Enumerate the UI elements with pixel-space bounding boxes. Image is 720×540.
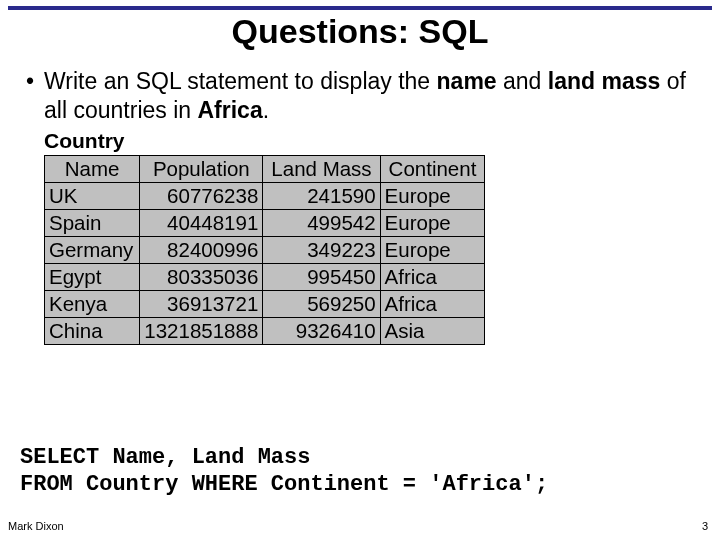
table-cell: Europe [380, 182, 485, 209]
table-row: China13218518889326410Asia [45, 317, 485, 344]
table-cell: 80335036 [140, 263, 263, 290]
table-cell: 9326410 [263, 317, 380, 344]
table-header-row: Name Population Land Mass Continent [45, 155, 485, 182]
table-row: UK60776238241590Europe [45, 182, 485, 209]
table-cell: 1321851888 [140, 317, 263, 344]
sql-answer: SELECT Name, Land Mass FROM Country WHER… [20, 445, 548, 498]
table-body: UK60776238241590EuropeSpain4044819149954… [45, 182, 485, 344]
table-row: Germany82400996349223Europe [45, 236, 485, 263]
table-cell: Spain [45, 209, 140, 236]
table-cell: 82400996 [140, 236, 263, 263]
country-table: Name Population Land Mass Continent UK60… [44, 155, 485, 345]
bullet-dot: • [26, 67, 34, 96]
table-cell: Asia [380, 317, 485, 344]
table-cell: Egypt [45, 263, 140, 290]
table-cell: 241590 [263, 182, 380, 209]
table-cell: Africa [380, 290, 485, 317]
prompt-bullet: • Write an SQL statement to display the … [8, 67, 712, 125]
table-cell: 569250 [263, 290, 380, 317]
table-cell: Kenya [45, 290, 140, 317]
table-cell: Germany [45, 236, 140, 263]
table-cell: Europe [380, 236, 485, 263]
table-cell: Europe [380, 209, 485, 236]
table-cell: UK [45, 182, 140, 209]
col-continent: Continent [380, 155, 485, 182]
prompt-text: Write an SQL statement to display the na… [44, 67, 712, 125]
table-row: Egypt80335036995450Africa [45, 263, 485, 290]
table-cell: China [45, 317, 140, 344]
table-caption: Country [44, 129, 712, 153]
footer-author: Mark Dixon [8, 520, 64, 532]
title-rule [8, 6, 712, 10]
table-cell: 40448191 [140, 209, 263, 236]
table-cell: 499542 [263, 209, 380, 236]
table-cell: 60776238 [140, 182, 263, 209]
footer-page: 3 [702, 520, 708, 532]
table-cell: 995450 [263, 263, 380, 290]
table-cell: Africa [380, 263, 485, 290]
table-row: Kenya36913721569250Africa [45, 290, 485, 317]
col-landmass: Land Mass [263, 155, 380, 182]
table-row: Spain40448191499542Europe [45, 209, 485, 236]
sql-line1: SELECT Name, Land Mass [20, 445, 310, 470]
footer: Mark Dixon 3 [8, 520, 708, 532]
col-population: Population [140, 155, 263, 182]
slide-title: Questions: SQL [8, 12, 712, 51]
sql-line2: FROM Country WHERE Continent = 'Africa'; [20, 472, 548, 497]
table-cell: 349223 [263, 236, 380, 263]
country-table-wrap: Country Name Population Land Mass Contin… [44, 129, 712, 345]
table-cell: 36913721 [140, 290, 263, 317]
col-name: Name [45, 155, 140, 182]
